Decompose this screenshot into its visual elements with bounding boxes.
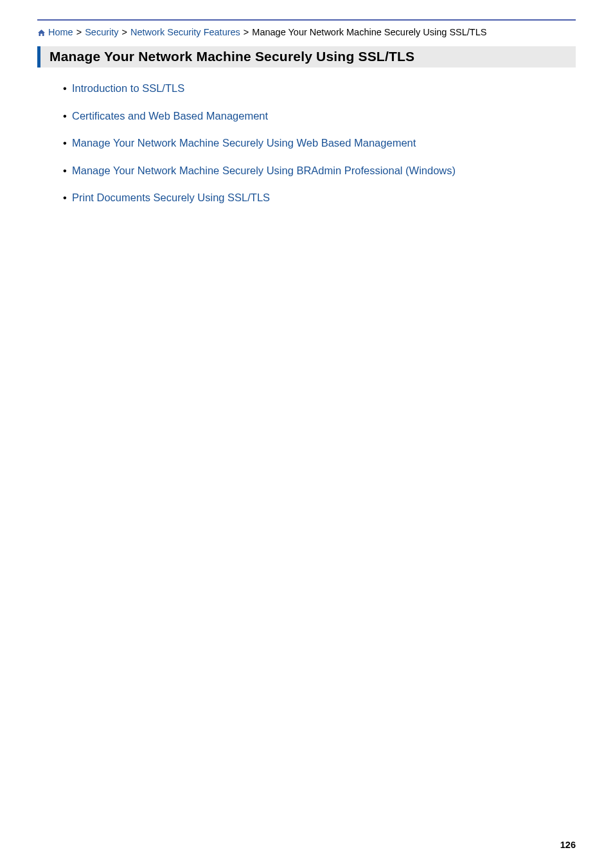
list-item: • Certificates and Web Based Management (72, 109, 576, 123)
list-item: • Manage Your Network Machine Securely U… (72, 136, 576, 150)
link-certificates-web-management[interactable]: Certificates and Web Based Management (72, 110, 268, 122)
bullet-icon: • (63, 109, 67, 123)
top-rule (37, 19, 576, 21)
link-introduction-ssl-tls[interactable]: Introduction to SSL/TLS (72, 82, 184, 94)
list-item: • Introduction to SSL/TLS (72, 82, 576, 95)
page-container: Home>Security>Network Security Features>… (0, 0, 613, 204)
heading-bar: Manage Your Network Machine Securely Usi… (37, 46, 576, 68)
link-print-documents-ssl-tls[interactable]: Print Documents Securely Using SSL/TLS (72, 192, 270, 203)
link-manage-web-based-management[interactable]: Manage Your Network Machine Securely Usi… (72, 137, 416, 149)
list-item: • Print Documents Securely Using SSL/TLS (72, 191, 576, 204)
breadcrumb-link-network-security-features[interactable]: Network Security Features (130, 27, 240, 37)
bullet-icon: • (63, 82, 67, 95)
list-item: • Manage Your Network Machine Securely U… (72, 164, 576, 177)
breadcrumb-current: Manage Your Network Machine Securely Usi… (252, 27, 486, 37)
link-manage-bradmin-professional[interactable]: Manage Your Network Machine Securely Usi… (72, 165, 456, 176)
breadcrumb-home-link[interactable]: Home (48, 27, 73, 37)
bullet-icon: • (63, 136, 67, 150)
bullet-icon: • (63, 164, 67, 177)
breadcrumb-separator: > (240, 27, 252, 37)
link-list: • Introduction to SSL/TLS • Certificates… (37, 82, 576, 204)
breadcrumb-separator: > (73, 27, 85, 37)
breadcrumb-link-security[interactable]: Security (85, 27, 118, 37)
breadcrumb-separator: > (119, 27, 130, 37)
page-number: 126 (560, 840, 576, 850)
breadcrumb: Home>Security>Network Security Features>… (37, 26, 576, 40)
home-icon (37, 27, 46, 40)
page-title: Manage Your Network Machine Securely Usi… (49, 49, 569, 64)
bullet-icon: • (63, 191, 67, 204)
